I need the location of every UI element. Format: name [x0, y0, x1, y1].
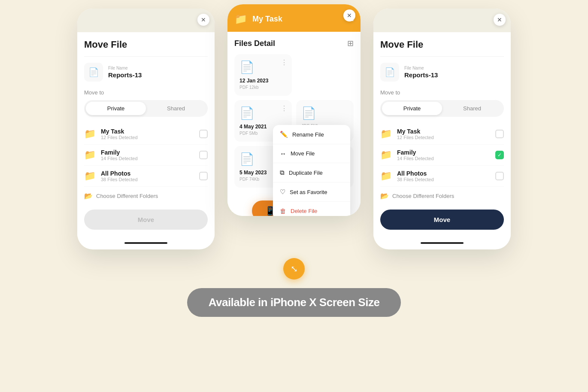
file-card-meta-1: PDF 12kb [239, 85, 287, 90]
left-file-name-section: 📄 File Name Reports-13 [84, 63, 208, 82]
right-folder-mytask[interactable]: 📁 My Task 12 Files Detected [380, 124, 504, 145]
left-folder-icon-family: 📁 [84, 149, 96, 161]
file-card-1[interactable]: ⋮ 📄 12 Jan 2023 PDF 12kb [234, 54, 292, 96]
right-choose-folder-icon: 📂 [380, 192, 389, 200]
file-card-icon-3: 📄 [239, 106, 287, 120]
file-card-menu-1[interactable]: ⋮ [281, 58, 288, 67]
right-folder-count-family: 14 Files Detected [397, 156, 490, 161]
left-folder-mytask[interactable]: 📁 My Task 12 Files Detected [84, 124, 208, 145]
left-toggle-shared[interactable]: Shared [146, 102, 206, 115]
left-choose-folder-icon: 📂 [84, 192, 93, 200]
ctx-duplicate[interactable]: ⧉ Duplicate File [273, 163, 350, 182]
left-close-button[interactable]: ✕ [197, 14, 209, 26]
ctx-delete-icon: 🗑 [280, 207, 286, 215]
left-folder-allphotos[interactable]: 📁 All Photos 38 Files Detected [84, 166, 208, 187]
right-close-button[interactable]: ✕ [494, 14, 506, 26]
left-folder-info-mytask: My Task 12 Files Detected [101, 128, 194, 140]
left-folder-count-allphotos: 38 Files Detected [101, 177, 194, 182]
right-folder-info-family: Family 14 Files Detected [397, 149, 490, 161]
available-banner: Available in iPhone X Screen Size [187, 288, 401, 317]
left-move-button[interactable]: Move [84, 210, 208, 230]
right-folder-icon-allphotos: 📁 [380, 170, 392, 182]
right-folder-icon-mytask: 📁 [380, 128, 392, 140]
right-folder-allphotos[interactable]: 📁 All Photos 38 Files Detected [380, 166, 504, 187]
right-home-indicator [373, 237, 511, 249]
left-folder-info-allphotos: All Photos 38 Files Detected [101, 170, 194, 182]
left-move-file-title: Move File [84, 39, 208, 57]
left-folder-family[interactable]: 📁 Family 14 Files Detected [84, 145, 208, 166]
left-file-name-value: Reports-13 [108, 71, 142, 79]
file-card-menu-3[interactable]: ⋮ [281, 104, 288, 112]
left-file-icon: 📄 [84, 63, 103, 82]
right-toggle-row: Private Shared [380, 100, 504, 117]
right-move-to-label: Move to [380, 89, 504, 96]
right-choose-folder[interactable]: 📂 Choose Different Folders [380, 187, 504, 205]
ctx-rename-icon: ✏️ [280, 131, 288, 138]
center-folder-icon: 📁 [234, 13, 247, 25]
right-folder-checkbox-allphotos[interactable] [495, 172, 504, 180]
right-folder-count-mytask: 12 Files Detected [397, 135, 490, 140]
left-phone-content: Move File 📄 File Name Reports-13 Move to… [77, 32, 215, 237]
right-folder-count-allphotos: 38 Files Detected [397, 177, 490, 182]
right-phone-content: Move File 📄 File Name Reports-13 Move to… [373, 32, 511, 237]
left-choose-folder[interactable]: 📂 Choose Different Folders [84, 187, 208, 205]
file-card-icon-1: 📄 [239, 60, 287, 74]
right-folder-checkbox-family[interactable]: ✓ [495, 151, 504, 159]
left-home-bar [124, 242, 167, 244]
center-content: Files Detail ⊞ ⋮ 📄 12 Jan 2023 PDF 12kb [227, 32, 361, 194]
right-folder-name-allphotos: All Photos [397, 170, 490, 177]
file-card-icon-4: 📄 [301, 106, 349, 120]
left-file-name-label: File Name [108, 66, 142, 70]
ctx-move-label: Move File [291, 150, 315, 157]
ctx-duplicate-label: Duplicate File [289, 170, 323, 176]
left-folder-icon-allphotos: 📁 [84, 170, 96, 182]
screens-row: ✕ Move File 📄 File Name Reports-13 Move … [0, 0, 588, 249]
left-toggle-row: Private Shared [84, 100, 208, 117]
ctx-rename[interactable]: ✏️ Rename File [273, 125, 350, 144]
right-file-name-section: 📄 File Name Reports-13 [380, 63, 504, 82]
context-menu: ✏️ Rename File ↔️ Move File ⧉ Duplicate … [273, 125, 350, 216]
right-toggle-shared[interactable]: Shared [442, 102, 502, 115]
left-folder-checkbox-mytask[interactable] [199, 130, 208, 138]
right-folder-icon-family: 📁 [380, 149, 392, 161]
context-menu-area: ✏️ Rename File ↔️ Move File ⧉ Duplicate … [296, 54, 354, 96]
right-file-name-label: File Name [404, 66, 438, 70]
ctx-delete[interactable]: 🗑 Delete File [273, 202, 350, 216]
left-folder-name-family: Family [101, 149, 194, 156]
ctx-move[interactable]: ↔️ Move File [273, 144, 350, 163]
right-file-icon: 📄 [380, 63, 399, 82]
center-files-grid: ⋮ 📄 12 Jan 2023 PDF 12kb ✏️ Rename File [234, 54, 354, 188]
right-folder-info-mytask: My Task 12 Files Detected [397, 128, 490, 140]
left-folder-checkbox-family[interactable] [199, 151, 208, 159]
right-folder-family[interactable]: 📁 Family 14 Files Detected ✓ [380, 145, 504, 166]
compress-button[interactable]: ⤡ [283, 258, 305, 280]
compress-icon: ⤡ [291, 264, 298, 274]
left-folder-checkbox-allphotos[interactable] [199, 172, 208, 180]
right-phone-header [373, 9, 511, 32]
right-folder-info-allphotos: All Photos 38 Files Detected [397, 170, 490, 182]
right-folder-name-family: Family [397, 149, 490, 156]
ctx-rename-label: Rename File [292, 131, 324, 138]
right-move-button[interactable]: Move [380, 210, 504, 230]
left-folder-name-allphotos: All Photos [101, 170, 194, 177]
center-close-button[interactable]: ✕ [343, 9, 355, 21]
center-header: 📁 My Task 12 [227, 4, 361, 32]
left-choose-folder-label: Choose Different Folders [96, 193, 158, 199]
ctx-duplicate-icon: ⧉ [280, 169, 285, 176]
center-grid-icon[interactable]: ⊞ [347, 39, 354, 48]
center-detail-title: Files Detail [234, 39, 275, 48]
center-title-row: Files Detail ⊞ [234, 39, 354, 48]
left-move-to-label: Move to [84, 89, 208, 96]
ctx-move-icon: ↔️ [280, 150, 286, 157]
left-folder-info-family: Family 14 Files Detected [101, 149, 194, 161]
ctx-favorite[interactable]: ♡ Set as Favorite [273, 182, 350, 202]
left-phone-header [77, 9, 215, 32]
left-toggle-private[interactable]: Private [86, 102, 146, 115]
bottom-section: ⤡ Available in iPhone X Screen Size [187, 258, 401, 317]
left-folder-count-family: 14 Files Detected [101, 156, 194, 161]
left-folder-icon-mytask: 📁 [84, 128, 96, 140]
right-toggle-private[interactable]: Private [382, 102, 442, 115]
left-folder-name-mytask: My Task [101, 128, 194, 135]
right-file-name-value: Reports-13 [404, 71, 438, 79]
right-folder-checkbox-mytask[interactable] [495, 130, 504, 138]
